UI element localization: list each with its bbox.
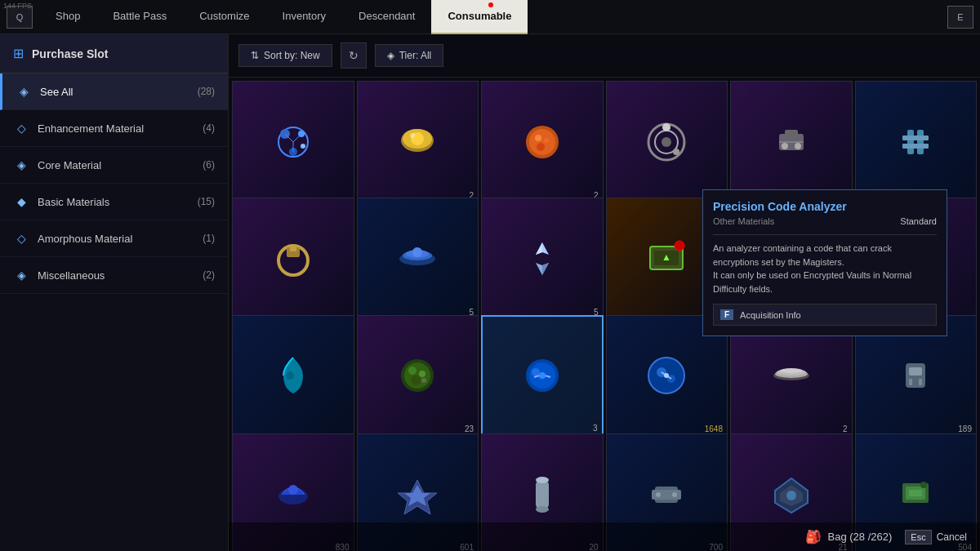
sidebar-icon: ◇: [13, 230, 29, 247]
sidebar-item-amorphous-material[interactable]: ◇ Amorphous Material (1): [0, 220, 228, 257]
svg-rect-77: [919, 379, 922, 385]
nav-item-battlepass[interactable]: Battle Pass: [96, 0, 183, 34]
grid-item[interactable]: [730, 81, 853, 203]
svg-rect-94: [909, 490, 922, 496]
item-tooltip: Precision Code Analyzer Other Materials …: [702, 189, 947, 336]
bag-icon: 🎒: [805, 529, 822, 544]
esc-key: Esc: [905, 530, 931, 544]
svg-rect-75: [909, 367, 922, 375]
svg-point-15: [544, 138, 549, 143]
bottom-bar: 🎒 Bag (28 /262) Esc Cancel: [229, 522, 980, 551]
sidebar-count: (28): [198, 86, 215, 97]
sidebar-item-miscellaneous[interactable]: ◈ Miscellaneous (2): [0, 257, 228, 294]
sidebar-item-basic-materials[interactable]: ◆ Basic Materials (15): [0, 184, 228, 220]
svg-point-59: [419, 371, 425, 377]
purchase-slot-icon: ⊞: [13, 46, 24, 61]
nav-item-inventory[interactable]: Inventory: [266, 0, 342, 34]
tier-button[interactable]: ◈ Tier: All: [375, 44, 444, 67]
grid-item[interactable]: 5: [481, 198, 604, 320]
bag-info: 🎒 Bag (28 /262): [805, 529, 893, 544]
nav-item-descendant[interactable]: Descendant: [342, 0, 431, 34]
cancel-label: Cancel: [937, 531, 967, 543]
svg-point-24: [782, 143, 788, 149]
sidebar-label: Amorphous Material: [38, 233, 194, 245]
nav-item-shop[interactable]: Shop: [39, 0, 96, 34]
grid-item[interactable]: 3: [481, 315, 604, 438]
sidebar-count: (4): [203, 122, 215, 134]
svg-point-73: [780, 368, 803, 373]
svg-line-6: [293, 134, 301, 142]
svg-point-20: [673, 149, 679, 155]
sidebar-label: Core Material: [38, 159, 194, 171]
grid-item[interactable]: [606, 81, 728, 203]
sidebar-header: ⊞ Purchase Slot: [0, 34, 228, 73]
svg-point-83: [536, 477, 549, 483]
grid-item[interactable]: 2: [481, 81, 604, 203]
grid-item[interactable]: [855, 81, 978, 203]
svg-point-11: [410, 133, 415, 138]
grid-item[interactable]: 2: [357, 81, 479, 203]
refresh-button[interactable]: ↻: [341, 42, 367, 69]
nav-item-customize[interactable]: Customize: [183, 0, 265, 34]
sidebar: ⊞ Purchase Slot ◈ See All (28) ◇ Enhance…: [0, 34, 229, 551]
svg-marker-41: [542, 263, 549, 275]
sidebar-item-enhancement-material[interactable]: ◇ Enhancement Material (4): [0, 110, 228, 147]
svg-point-14: [535, 135, 541, 141]
sidebar-count: (15): [198, 196, 215, 207]
sidebar-item-see-all[interactable]: ◈ See All (28): [0, 73, 228, 110]
notification-dot: [488, 2, 493, 7]
bag-count: Bag (28 /262): [828, 531, 893, 543]
sidebar-label: See All: [40, 86, 189, 98]
svg-rect-29: [902, 136, 929, 140]
sidebar-items-list: ◈ See All (28) ◇ Enhancement Material (4…: [0, 73, 228, 294]
svg-point-69: [664, 373, 669, 378]
sidebar-icon: ◇: [13, 120, 29, 136]
svg-point-55: [286, 371, 294, 380]
content-toolbar: ⇅ Sort by: New ↻ ◈ Tier: All: [229, 34, 980, 78]
acquisition-label: Acquisition Info: [740, 310, 801, 320]
sidebar-count: (1): [203, 233, 215, 244]
svg-point-95: [920, 482, 927, 488]
svg-point-87: [656, 492, 661, 497]
item-count: 2: [843, 424, 848, 433]
grid-item[interactable]: 5: [357, 198, 479, 320]
cancel-button[interactable]: Esc Cancel: [905, 530, 967, 544]
sidebar-count: (2): [203, 269, 215, 281]
sidebar-icon: ◆: [13, 193, 29, 210]
svg-point-19: [662, 123, 670, 131]
grid-item[interactable]: [232, 315, 354, 438]
svg-marker-40: [536, 242, 542, 255]
tooltip-meta: Other Materials Standard: [713, 216, 937, 226]
svg-point-91: [786, 491, 796, 500]
svg-point-4: [301, 144, 305, 149]
refresh-icon: ↻: [349, 49, 359, 62]
svg-point-25: [795, 143, 801, 149]
main-layout: ⊞ Purchase Slot ◈ See All (28) ◇ Enhance…: [0, 34, 980, 551]
nav-key-right[interactable]: E: [947, 6, 973, 29]
sidebar-label: Basic Materials: [38, 196, 189, 208]
svg-point-21: [662, 137, 671, 147]
grid-item[interactable]: [232, 81, 354, 203]
tooltip-category: Other Materials: [713, 216, 774, 226]
grid-item[interactable]: [232, 198, 354, 320]
svg-rect-27: [907, 130, 914, 154]
tooltip-description: An analyzer containing a code that can c…: [713, 234, 937, 295]
svg-point-58: [408, 367, 416, 375]
svg-point-13: [529, 129, 555, 155]
acquisition-info-button[interactable]: F Acquisition Info: [713, 304, 937, 326]
svg-point-37: [412, 247, 422, 257]
svg-rect-28: [917, 130, 924, 154]
svg-point-16: [537, 143, 545, 151]
grid-item[interactable]: 23: [357, 315, 479, 438]
item-count: 189: [958, 424, 972, 433]
sidebar-count: (6): [203, 159, 215, 171]
svg-text:▲: ▲: [662, 251, 671, 263]
sidebar-item-core-material[interactable]: ◈ Core Material (6): [0, 147, 228, 184]
sort-button[interactable]: ⇅ Sort by: New: [238, 44, 332, 67]
sidebar-label: Enhancement Material: [38, 122, 194, 135]
top-nav: 144 FPS Q Shop Battle Pass Customize Inv…: [0, 0, 980, 34]
sort-icon: ⇅: [251, 50, 259, 61]
nav-item-consumable[interactable]: Consumable: [431, 0, 528, 34]
item-count: 3: [593, 424, 598, 433]
svg-rect-33: [290, 247, 296, 251]
